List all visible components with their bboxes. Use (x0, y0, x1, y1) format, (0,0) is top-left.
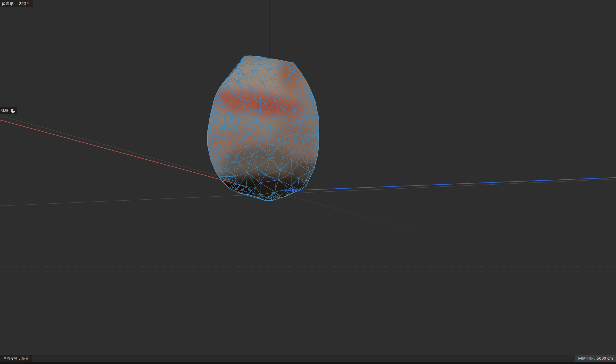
window-edge (0, 362, 616, 364)
viewport-3d[interactable]: 多边形 2234 抓取 查看变换：场景 网格间距：5000 cm (0, 0, 616, 364)
status-bar: 查看变换：场景 网格间距：5000 cm (0, 355, 616, 362)
polygon-count-value: 2234 (19, 1, 29, 6)
grid-spacing-status: 网格间距：5000 cm (575, 355, 616, 362)
scene-canvas (0, 0, 616, 364)
snap-pie-icon (11, 109, 15, 113)
polygon-count-label: 多边形 (2, 1, 14, 6)
polygon-count-badge: 多边形 2234 (0, 0, 33, 7)
snap-label: 抓取 (1, 108, 9, 113)
view-transform-status: 查看变换：场景 (0, 355, 32, 362)
snap-button[interactable]: 抓取 (0, 107, 17, 114)
